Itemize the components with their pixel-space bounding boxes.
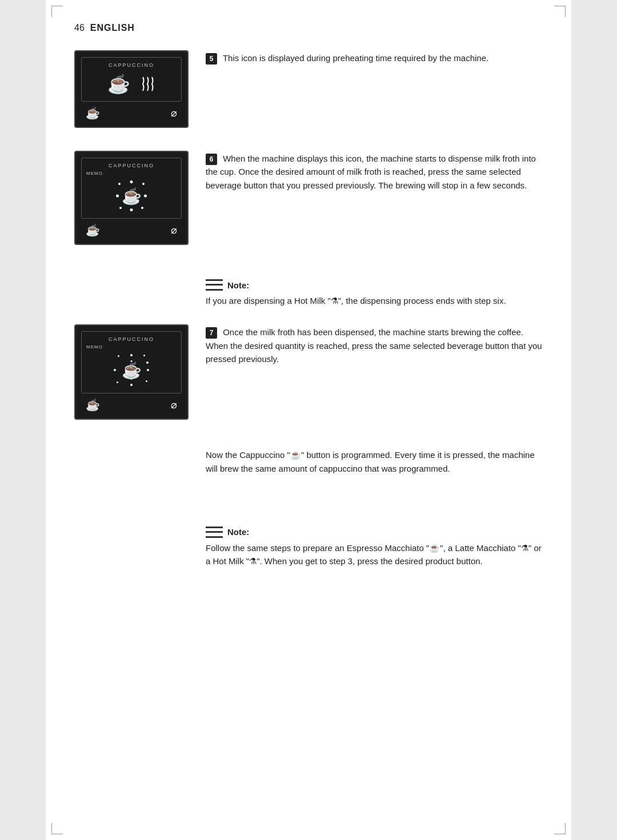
svg-rect-1 [206, 284, 223, 286]
note1-header: Note: [206, 279, 543, 291]
step6-text: When the machine displays this icon, the… [206, 154, 536, 190]
cup-brew-container: ☕ [113, 353, 150, 387]
svg-rect-4 [206, 531, 223, 533]
brew-dot-1 [130, 354, 133, 356]
note2-header: Note: [206, 526, 543, 538]
bottom-power-7: ⌀ [171, 399, 177, 411]
corner-mark-tl [51, 6, 63, 17]
step7-text: Once the milk froth has been dispensed, … [206, 327, 542, 364]
step6-row: CAPPUCCINO MEMO ☕ [74, 151, 543, 245]
note1-icon [206, 279, 223, 291]
cup-froth-container: ☕ [114, 180, 149, 211]
content-area: CAPPUCCINO ☕ [74, 50, 543, 585]
cup-brew-symbol: ☕ [122, 361, 142, 380]
steam-icon-step5 [139, 75, 155, 93]
brew-dot-6 [130, 384, 133, 386]
step5-row: CAPPUCCINO ☕ [74, 50, 543, 128]
brew-dot-4 [147, 369, 149, 371]
corner-mark-br [554, 823, 566, 834]
panel-inner-box-step6: CAPPUCCINO MEMO ☕ [81, 158, 182, 219]
note2-box: Note: Follow the same steps to prepare a… [206, 526, 543, 568]
brew-dot-3 [146, 361, 149, 364]
bottom-cup-7: ☕ [86, 398, 100, 412]
page: 46 ENGLISH CAPPUCCINO ☕ [46, 0, 571, 840]
panel-inner-box-step7: CAPPUCCINO MEMO ☕ [81, 331, 182, 393]
bottom-icons-7: ☕ ⌀ [81, 396, 182, 413]
step6-number: 6 [206, 154, 217, 165]
brew-dot-8 [114, 369, 116, 371]
bottom-cup-5: ☕ [86, 106, 100, 120]
step7-row: CAPPUCCINO MEMO ☕ [74, 324, 543, 420]
svg-rect-0 [206, 279, 223, 281]
programmed-section: Now the Cappuccino "☕" button is program… [206, 443, 543, 492]
note1-label: Note: [227, 280, 249, 290]
steam-svg [139, 75, 155, 93]
note1-box: Note: If you are dispensing a Hot Milk "… [206, 279, 543, 307]
note1-text: If you are dispensing a Hot Milk "⚗", th… [206, 294, 543, 307]
step7-content: 7 Once the milk froth has been dispensed… [206, 324, 543, 365]
panel-title-6: CAPPUCCINO [86, 163, 177, 168]
programmed-text: Now the Cappuccino "☕" button is program… [206, 448, 543, 475]
note2-icon [206, 526, 223, 538]
step6-icon-area: ☕ [86, 177, 177, 215]
page-title: ENGLISH [90, 23, 135, 33]
froth-dot-bl [119, 207, 122, 209]
step7-number: 7 [206, 327, 217, 339]
froth-dot-top [130, 180, 133, 183]
step5-inner: ☕ [86, 70, 177, 98]
svg-rect-3 [206, 526, 223, 528]
froth-dot-br [141, 207, 143, 209]
cup-symbol-5: ☕ [107, 75, 130, 93]
page-header: 46 ENGLISH [74, 23, 543, 33]
step5-number: 5 [206, 53, 217, 65]
machine-panel-step7: CAPPUCCINO MEMO ☕ [74, 324, 189, 420]
note2-label: Note: [227, 527, 249, 537]
step6-content: 6 When the machine displays this icon, t… [206, 151, 543, 192]
bottom-power-6: ⌀ [171, 224, 177, 236]
froth-dot-tr [142, 183, 145, 185]
svg-rect-5 [206, 536, 223, 538]
cup-froth-symbol: ☕ [122, 187, 142, 206]
froth-dot-left [116, 195, 119, 198]
froth-dot-right [144, 195, 147, 198]
machine-panel-step5: CAPPUCCINO ☕ [74, 50, 189, 128]
brew-dot-9 [118, 355, 119, 357]
corner-mark-tr [554, 6, 566, 17]
step5-text: This icon is displayed during preheating… [223, 53, 488, 63]
machine-panel-step6: CAPPUCCINO MEMO ☕ [74, 151, 189, 245]
panel-title-5: CAPPUCCINO [86, 62, 177, 68]
cup-icon-step5: ☕ [107, 75, 130, 93]
step5-content: 5 This icon is displayed during preheati… [206, 50, 543, 65]
froth-dot-bottom [130, 208, 133, 211]
note2-text: Follow the same steps to prepare an Espr… [206, 541, 543, 568]
panel-memo-6: MEMO [86, 171, 177, 176]
brew-dot-7 [117, 381, 118, 383]
bottom-icons-6: ☕ ⌀ [81, 221, 182, 238]
corner-mark-bl [51, 823, 63, 834]
step7-icon-area: ☕ [86, 351, 177, 389]
bottom-power-5: ⌀ [171, 107, 177, 119]
svg-rect-2 [206, 289, 223, 291]
panel-title-7: CAPPUCCINO [86, 336, 177, 342]
brew-dot-5 [146, 380, 147, 382]
page-number: 46 [74, 23, 85, 33]
brew-dot-2 [143, 355, 145, 356]
froth-dot-tl [118, 183, 121, 185]
panel-memo-7: MEMO [86, 344, 177, 349]
panel-inner-box-step5: CAPPUCCINO ☕ [81, 57, 182, 102]
bottom-cup-6: ☕ [86, 223, 100, 237]
bottom-icons-5: ☕ ⌀ [81, 104, 182, 121]
